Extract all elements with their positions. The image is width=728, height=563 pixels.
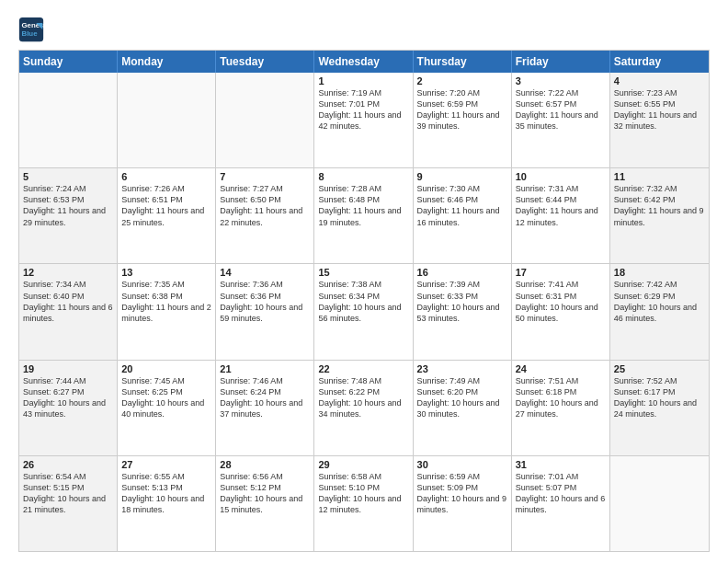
cell-daylight-info: Sunrise: 7:45 AM Sunset: 6:25 PM Dayligh…: [121, 375, 211, 420]
day-number: 11: [614, 171, 705, 182]
calendar-cell: 15Sunrise: 7:38 AM Sunset: 6:34 PM Dayli…: [314, 264, 413, 359]
calendar-cell: 31Sunrise: 7:01 AM Sunset: 5:07 PM Dayli…: [512, 456, 610, 551]
calendar-week: 26Sunrise: 6:54 AM Sunset: 5:15 PM Dayli…: [19, 455, 709, 551]
calendar-week: 12Sunrise: 7:34 AM Sunset: 6:40 PM Dayli…: [19, 263, 709, 359]
calendar-header-cell: Monday: [118, 51, 216, 73]
day-number: 21: [220, 363, 310, 374]
calendar-cell: 12Sunrise: 7:34 AM Sunset: 6:40 PM Dayli…: [19, 264, 118, 359]
calendar: SundayMondayTuesdayWednesdayThursdayFrid…: [18, 50, 710, 552]
calendar-cell: 26Sunrise: 6:54 AM Sunset: 5:15 PM Dayli…: [19, 456, 118, 551]
logo: General Blue: [18, 17, 48, 42]
calendar-cell: 11Sunrise: 7:32 AM Sunset: 6:42 PM Dayli…: [610, 168, 709, 263]
calendar-cell: 18Sunrise: 7:42 AM Sunset: 6:29 PM Dayli…: [610, 264, 709, 359]
calendar-cell: 21Sunrise: 7:46 AM Sunset: 6:24 PM Dayli…: [216, 361, 314, 455]
calendar-cell: 10Sunrise: 7:31 AM Sunset: 6:44 PM Dayli…: [512, 168, 610, 263]
day-number: 2: [417, 75, 507, 86]
calendar-cell: 19Sunrise: 7:44 AM Sunset: 6:27 PM Dayli…: [19, 361, 118, 455]
day-number: 17: [516, 267, 606, 278]
day-number: 13: [121, 267, 211, 278]
cell-daylight-info: Sunrise: 7:52 AM Sunset: 6:17 PM Dayligh…: [614, 375, 705, 420]
cell-daylight-info: Sunrise: 7:31 AM Sunset: 6:44 PM Dayligh…: [516, 183, 606, 228]
cell-daylight-info: Sunrise: 7:36 AM Sunset: 6:36 PM Dayligh…: [220, 279, 310, 324]
cell-daylight-info: Sunrise: 7:39 AM Sunset: 6:33 PM Dayligh…: [417, 279, 507, 324]
logo-icon: General Blue: [18, 17, 44, 42]
page: General Blue SundayMondayTuesdayWednesda…: [0, 0, 728, 563]
calendar-header-cell: Sunday: [19, 51, 118, 73]
calendar-cell: [19, 73, 118, 167]
calendar-body: 1Sunrise: 7:19 AM Sunset: 7:01 PM Daylig…: [19, 73, 709, 551]
day-number: 5: [23, 171, 113, 182]
cell-daylight-info: Sunrise: 7:35 AM Sunset: 6:38 PM Dayligh…: [121, 279, 211, 324]
calendar-header-cell: Wednesday: [314, 51, 413, 73]
calendar-cell: 14Sunrise: 7:36 AM Sunset: 6:36 PM Dayli…: [216, 264, 314, 359]
cell-daylight-info: Sunrise: 7:20 AM Sunset: 6:59 PM Dayligh…: [417, 87, 507, 132]
calendar-header-cell: Thursday: [414, 51, 512, 73]
cell-daylight-info: Sunrise: 7:27 AM Sunset: 6:50 PM Dayligh…: [220, 183, 310, 228]
day-number: 28: [220, 459, 310, 470]
cell-daylight-info: Sunrise: 7:49 AM Sunset: 6:20 PM Dayligh…: [417, 375, 507, 420]
calendar-cell: 3Sunrise: 7:22 AM Sunset: 6:57 PM Daylig…: [512, 73, 610, 167]
calendar-cell: 9Sunrise: 7:30 AM Sunset: 6:46 PM Daylig…: [414, 168, 512, 263]
calendar-header-cell: Tuesday: [216, 51, 314, 73]
calendar-cell: 29Sunrise: 6:58 AM Sunset: 5:10 PM Dayli…: [314, 456, 413, 551]
cell-daylight-info: Sunrise: 7:32 AM Sunset: 6:42 PM Dayligh…: [614, 183, 705, 228]
cell-daylight-info: Sunrise: 7:51 AM Sunset: 6:18 PM Dayligh…: [516, 375, 606, 420]
day-number: 9: [417, 171, 507, 182]
cell-daylight-info: Sunrise: 7:34 AM Sunset: 6:40 PM Dayligh…: [23, 279, 113, 324]
calendar-cell: 1Sunrise: 7:19 AM Sunset: 7:01 PM Daylig…: [314, 73, 413, 167]
day-number: 22: [318, 363, 408, 374]
calendar-week: 1Sunrise: 7:19 AM Sunset: 7:01 PM Daylig…: [19, 73, 709, 167]
day-number: 29: [318, 459, 408, 470]
day-number: 10: [516, 171, 606, 182]
day-number: 6: [121, 171, 211, 182]
calendar-cell: 30Sunrise: 6:59 AM Sunset: 5:09 PM Dayli…: [414, 456, 512, 551]
day-number: 3: [516, 75, 606, 86]
day-number: 16: [417, 267, 507, 278]
calendar-header-row: SundayMondayTuesdayWednesdayThursdayFrid…: [19, 51, 709, 73]
calendar-cell: 4Sunrise: 7:23 AM Sunset: 6:55 PM Daylig…: [610, 73, 709, 167]
calendar-cell: 8Sunrise: 7:28 AM Sunset: 6:48 PM Daylig…: [314, 168, 413, 263]
calendar-cell: 23Sunrise: 7:49 AM Sunset: 6:20 PM Dayli…: [414, 361, 512, 455]
svg-text:Blue: Blue: [22, 29, 39, 38]
day-number: 12: [23, 267, 113, 278]
cell-daylight-info: Sunrise: 7:38 AM Sunset: 6:34 PM Dayligh…: [318, 279, 408, 324]
calendar-header-cell: Saturday: [610, 51, 709, 73]
day-number: 27: [121, 459, 211, 470]
calendar-cell: 7Sunrise: 7:27 AM Sunset: 6:50 PM Daylig…: [216, 168, 314, 263]
cell-daylight-info: Sunrise: 7:48 AM Sunset: 6:22 PM Dayligh…: [318, 375, 408, 420]
cell-daylight-info: Sunrise: 7:23 AM Sunset: 6:55 PM Dayligh…: [614, 87, 705, 132]
cell-daylight-info: Sunrise: 7:41 AM Sunset: 6:31 PM Dayligh…: [516, 279, 606, 324]
cell-daylight-info: Sunrise: 6:54 AM Sunset: 5:15 PM Dayligh…: [23, 471, 113, 516]
cell-daylight-info: Sunrise: 7:46 AM Sunset: 6:24 PM Dayligh…: [220, 375, 310, 420]
header: General Blue: [18, 17, 710, 42]
calendar-cell: [118, 73, 216, 167]
cell-daylight-info: Sunrise: 7:30 AM Sunset: 6:46 PM Dayligh…: [417, 183, 507, 228]
calendar-header-cell: Friday: [512, 51, 610, 73]
cell-daylight-info: Sunrise: 6:56 AM Sunset: 5:12 PM Dayligh…: [220, 471, 310, 516]
day-number: 1: [318, 75, 408, 86]
calendar-cell: 22Sunrise: 7:48 AM Sunset: 6:22 PM Dayli…: [314, 361, 413, 455]
day-number: 18: [614, 267, 705, 278]
calendar-cell: 24Sunrise: 7:51 AM Sunset: 6:18 PM Dayli…: [512, 361, 610, 455]
cell-daylight-info: Sunrise: 7:28 AM Sunset: 6:48 PM Dayligh…: [318, 183, 408, 228]
day-number: 19: [23, 363, 113, 374]
calendar-cell: 27Sunrise: 6:55 AM Sunset: 5:13 PM Dayli…: [118, 456, 216, 551]
day-number: 7: [220, 171, 310, 182]
calendar-cell: 2Sunrise: 7:20 AM Sunset: 6:59 PM Daylig…: [414, 73, 512, 167]
day-number: 26: [23, 459, 113, 470]
cell-daylight-info: Sunrise: 7:22 AM Sunset: 6:57 PM Dayligh…: [516, 87, 606, 132]
calendar-cell: [610, 456, 709, 551]
cell-daylight-info: Sunrise: 6:58 AM Sunset: 5:10 PM Dayligh…: [318, 471, 408, 516]
calendar-cell: 5Sunrise: 7:24 AM Sunset: 6:53 PM Daylig…: [19, 168, 118, 263]
day-number: 23: [417, 363, 507, 374]
calendar-cell: 16Sunrise: 7:39 AM Sunset: 6:33 PM Dayli…: [414, 264, 512, 359]
day-number: 14: [220, 267, 310, 278]
cell-daylight-info: Sunrise: 7:19 AM Sunset: 7:01 PM Dayligh…: [318, 87, 408, 132]
cell-daylight-info: Sunrise: 7:01 AM Sunset: 5:07 PM Dayligh…: [516, 471, 606, 516]
cell-daylight-info: Sunrise: 7:26 AM Sunset: 6:51 PM Dayligh…: [121, 183, 211, 228]
cell-daylight-info: Sunrise: 7:44 AM Sunset: 6:27 PM Dayligh…: [23, 375, 113, 420]
cell-daylight-info: Sunrise: 6:59 AM Sunset: 5:09 PM Dayligh…: [417, 471, 507, 516]
day-number: 15: [318, 267, 408, 278]
day-number: 4: [614, 75, 705, 86]
calendar-cell: 20Sunrise: 7:45 AM Sunset: 6:25 PM Dayli…: [118, 361, 216, 455]
